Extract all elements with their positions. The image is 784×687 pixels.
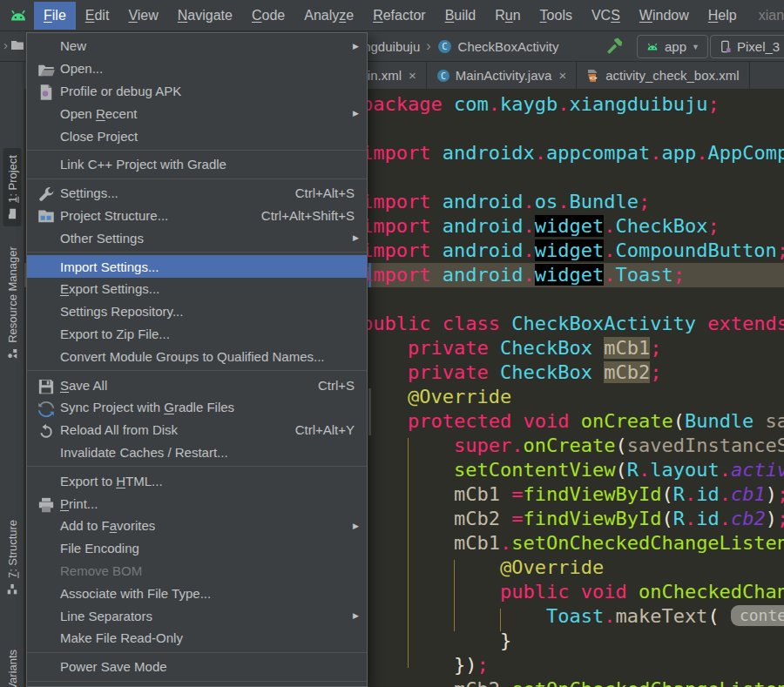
editor-tab-activity-check-box-xml[interactable]: <>activity_check_box.xml [577,62,749,89]
code-line: package com.kaygb.xiangduibuju; [362,92,784,117]
tool-window-button-build-variants[interactable]: Build Variants [3,643,22,687]
breadcrumb-class[interactable]: CheckBoxActivity [458,39,559,54]
menu-item-export-to-html[interactable]: Export to HTML... [27,469,367,492]
editor-tab-mainactivity-java[interactable]: CMainActivity.java× [427,62,577,89]
menu-item-import-settings[interactable]: Import Settings... [27,255,367,278]
menu-item-profile-or-debug-apk[interactable]: Profile or debug APK [27,80,367,103]
code-token [362,361,408,383]
code-token: ; [476,654,488,676]
code-token: ( [707,605,731,627]
menu-item-convert-module-groups-to-qualified-names[interactable]: Convert Module Groups to Qualified Names… [27,345,367,367]
code-token: R [627,459,639,481]
file-menu-dropdown: New▶Open...Profile or debug APKOpen Rece… [26,32,368,687]
menubar-item-help[interactable]: Help [699,2,747,30]
menu-item-sync-project-with-gradle-files[interactable]: Sync Project with Gradle Files [27,396,367,419]
menu-item-label: Settings Repository... [60,304,183,319]
build-hammer-icon[interactable] [605,37,625,56]
menubar-item-navigate[interactable]: Navigate [168,2,242,30]
menu-item-open[interactable]: Open... [27,57,367,80]
nav-bar-fragment: › [3,37,24,52]
code-token: findViewById [523,508,661,529]
menu-item-exit[interactable]: Exit [27,684,367,687]
menu-item-print[interactable]: Print... [27,492,367,515]
menubar-item-file[interactable]: File [34,2,76,30]
code-token: Toast [546,605,604,627]
code-token: Bundle [685,410,754,432]
menu-item-invalidate-caches-restart[interactable]: Invalidate Caches / Restart... [27,441,367,464]
code-token: R [673,483,685,505]
menu-item-open-recent[interactable]: Open Recent▶ [27,102,367,125]
code-line: import android.os.Bundle; [362,190,784,214]
code-token: android [443,191,524,212]
code-token [362,556,500,578]
tool-window-button-resource-manager[interactable]: Resource Manager [3,239,22,367]
menu-item-label: Associate with File Type... [60,586,211,601]
code-token: super [454,434,511,456]
code-token: savedInstanceState [754,410,784,432]
menubar-item-window[interactable]: Window [630,2,699,30]
tab-label: MainActivity.java [456,68,552,83]
code-token: . [523,239,534,261]
code-token: android [443,264,524,286]
code-token: ; [777,239,784,261]
tw-project-icon [7,208,18,219]
device-dropdown[interactable]: Pixel_3 [710,35,784,58]
folder-open-icon [37,62,55,76]
menubar-item-view[interactable]: View [118,2,167,30]
code-token: ) [766,483,777,505]
menu-item-make-file-read-only[interactable]: Make File Read-Only [27,627,367,650]
menubar-item-run[interactable]: Run [485,2,530,30]
code-token: savedInstanceState [627,434,784,456]
code-token: CheckBox [500,361,592,383]
menu-item-new[interactable]: New▶ [27,35,367,57]
menu-item-line-separators[interactable]: Line Separators▶ [27,604,367,627]
menu-item-settings-repository[interactable]: Settings Repository... [27,300,367,323]
menubar-item-build[interactable]: Build [436,2,486,30]
menu-item-save-all[interactable]: Save AllCtrl+S [27,374,367,396]
run-configuration-dropdown[interactable]: app ▼ [637,35,708,58]
code-token: ( [673,410,685,432]
menubar-item-analyze[interactable]: Analyze [294,2,363,30]
close-tab-icon[interactable]: × [409,68,416,83]
menu-item-reload-all-from-disk[interactable]: Reload All from DiskCtrl+Alt+Y [27,419,367,441]
code-token: mCb2 [454,678,500,687]
code-token: ( [661,483,672,505]
menubar-item-tools[interactable]: Tools [531,2,582,30]
menu-item-label: Profile or debug APK [60,84,181,98]
code-token: findViewById [523,483,661,505]
menu-item-close-project[interactable]: Close Project [27,125,367,147]
menu-item-export-to-zip-file[interactable]: Export to Zip File... [27,323,367,346]
code-token: @Override [500,556,604,578]
menubar-item-vcs[interactable]: VCS [582,2,630,30]
menu-item-add-to-favorites[interactable]: Add to Favorites▶ [27,515,367,537]
menu-item-project-structure[interactable]: Project Structure...Ctrl+Alt+Shift+S [27,205,367,227]
menubar-item-edit[interactable]: Edit [76,2,119,30]
code-line [362,165,784,190]
icon-placeholder [37,305,55,319]
parameter-hint-pill: context [731,605,784,626]
menu-item-file-encoding[interactable]: File Encoding [27,537,367,560]
submenu-arrow-icon: ▶ [353,109,367,118]
menu-item-shortcut: Ctrl+Alt+Y [295,422,367,437]
tool-window-button-7-structure[interactable]: 7: Structure [3,513,22,602]
menu-item-settings[interactable]: Settings...Ctrl+Alt+S [27,182,367,205]
close-tab-icon[interactable]: × [558,68,566,83]
menubar-item-refactor[interactable]: Refactor [363,2,435,30]
tool-window-button-1-project[interactable]: 1: Project [3,148,22,226]
menubar-item-code[interactable]: Code [242,2,294,30]
code-area[interactable]: package com.kaygb.xiangduibuju;import an… [362,92,784,687]
menu-item-power-save-mode[interactable]: Power Save Mode [27,656,367,678]
menu-item-label: Reload All from Disk [60,422,178,437]
code-token: ; [707,93,719,115]
code-token: setOnCheckedChangeListener [511,532,784,554]
menu-item-associate-with-file-type[interactable]: Associate with File Type... [27,582,367,604]
code-token [362,605,546,627]
chevron-right-icon: › [426,38,430,54]
menu-separator [27,150,367,151]
menu-item-export-settings[interactable]: Export Settings... [27,278,367,300]
icon-placeholder [37,158,55,172]
menu-item-other-settings[interactable]: Other Settings▶ [27,226,367,249]
menu-item-link-c-project-with-gradle[interactable]: Link C++ Project with Gradle [27,153,367,176]
code-token: public void [500,581,639,603]
menu-item-label: Settings... [60,185,118,200]
